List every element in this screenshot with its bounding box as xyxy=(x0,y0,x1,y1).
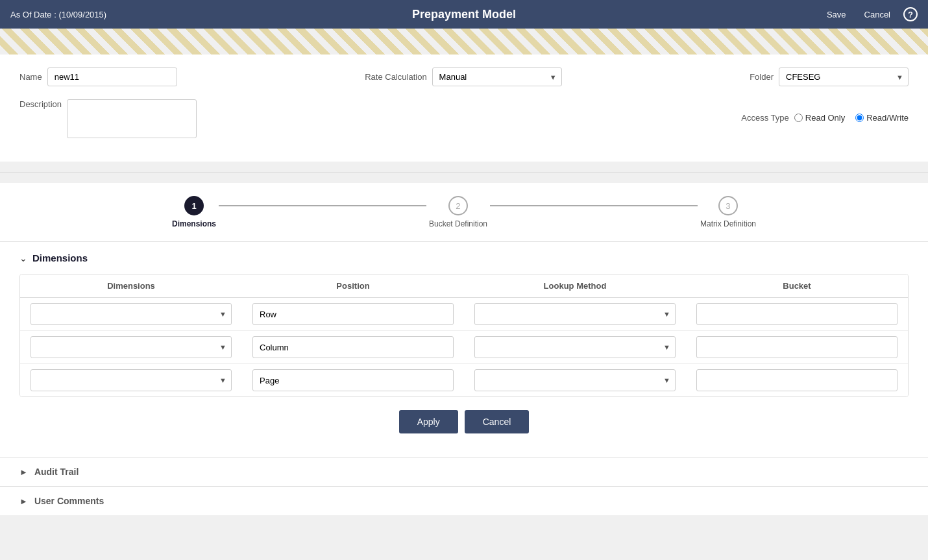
row1-lookup-select-wrapper: ▼ xyxy=(474,303,676,325)
col-dimensions: Dimensions xyxy=(20,274,242,298)
row1-bucket-cell xyxy=(686,298,908,330)
action-buttons: Apply Cancel xyxy=(19,397,909,446)
save-button[interactable]: Save xyxy=(822,7,851,22)
row2-dimension-select[interactable] xyxy=(31,336,232,358)
step-3[interactable]: 3 Matrix Definition xyxy=(700,196,756,228)
user-comments-header: ► User Comments xyxy=(19,496,909,506)
row1-position-input[interactable] xyxy=(252,303,454,325)
folder-field: Folder CFESEG ▼ xyxy=(750,67,909,86)
row3-bucket-input[interactable] xyxy=(696,369,897,391)
row1-dimension-select-wrapper: ▼ xyxy=(31,303,232,325)
description-input[interactable] xyxy=(67,99,197,138)
apply-button[interactable]: Apply xyxy=(399,410,458,433)
user-comments-section[interactable]: ► User Comments xyxy=(0,486,928,515)
audit-trail-title: Audit Trail xyxy=(34,467,79,477)
banner xyxy=(0,29,928,55)
step-3-label: Matrix Definition xyxy=(700,219,756,228)
row3-lookup-select-wrapper: ▼ xyxy=(474,369,676,391)
step-line-2 xyxy=(490,205,698,206)
col-bucket: Bucket xyxy=(686,274,908,298)
row3-position-cell xyxy=(242,364,464,396)
header-title: Prepayment Model xyxy=(412,8,516,21)
audit-trail-expand-icon: ► xyxy=(19,467,28,477)
dimensions-toggle-icon: ⌄ xyxy=(19,253,27,263)
name-label: Name xyxy=(19,72,42,82)
read-write-label: Read/Write xyxy=(866,113,909,123)
row1-dimension-cell: ▼ xyxy=(20,298,242,330)
row1-lookup-select[interactable] xyxy=(474,303,676,325)
row3-lookup-select[interactable] xyxy=(474,369,676,391)
read-only-radio[interactable] xyxy=(794,114,803,122)
folder-select[interactable]: CFESEG xyxy=(779,67,909,86)
row2-lookup-select-wrapper: ▼ xyxy=(474,336,676,358)
form-section: Name Rate Calculation Manual ▼ Folder CF… xyxy=(0,55,928,162)
row2-bucket-input[interactable] xyxy=(696,336,897,358)
dimensions-header[interactable]: ⌄ Dimensions xyxy=(19,252,909,263)
step-1-circle: 1 xyxy=(184,196,204,215)
row1-bucket-input[interactable] xyxy=(696,303,897,325)
col-lookup: Lookup Method xyxy=(464,274,686,298)
row2-lookup-cell: ▼ xyxy=(464,331,686,363)
step-1[interactable]: 1 Dimensions xyxy=(172,196,216,228)
step-2[interactable]: 2 Bucket Definition xyxy=(429,196,487,228)
rate-calc-select[interactable]: Manual xyxy=(432,67,562,86)
step-1-label: Dimensions xyxy=(172,219,216,228)
table-header: Dimensions Position Lookup Method Bucket xyxy=(20,274,908,298)
audit-trail-section[interactable]: ► Audit Trail xyxy=(0,457,928,486)
read-only-option[interactable]: Read Only xyxy=(794,113,845,123)
row1-lookup-cell: ▼ xyxy=(464,298,686,330)
row1-position-cell xyxy=(242,298,464,330)
dimensions-table: Dimensions Position Lookup Method Bucket… xyxy=(19,274,909,397)
access-type-field: Access Type Read Only Read/Write xyxy=(741,113,909,123)
cancel-button[interactable]: Cancel xyxy=(859,7,896,22)
row2-position-cell xyxy=(242,331,464,363)
dimensions-cancel-button[interactable]: Cancel xyxy=(465,410,530,433)
table-row: ▼ ▼ xyxy=(20,364,908,396)
help-icon[interactable]: ? xyxy=(903,7,918,21)
row2-position-input[interactable] xyxy=(252,336,454,358)
row2-dimension-cell: ▼ xyxy=(20,331,242,363)
row3-position-input[interactable] xyxy=(252,369,454,391)
step-line-1 xyxy=(219,205,426,206)
description-field: Description xyxy=(19,97,197,138)
audit-trail-header: ► Audit Trail xyxy=(19,467,909,477)
row2-lookup-select[interactable] xyxy=(474,336,676,358)
header-date: As Of Date : (10/09/2015) xyxy=(10,10,106,19)
row3-lookup-cell: ▼ xyxy=(464,364,686,396)
read-only-label: Read Only xyxy=(805,113,845,123)
stepper-track: 1 Dimensions 2 Bucket Definition 3 Matri… xyxy=(172,196,756,228)
rate-calc-label: Rate Calculation xyxy=(365,72,426,82)
name-field: Name xyxy=(19,67,177,86)
folder-label: Folder xyxy=(750,72,774,82)
access-type-label: Access Type xyxy=(741,113,788,123)
row3-dimension-cell: ▼ xyxy=(20,364,242,396)
step-2-circle: 2 xyxy=(448,196,468,215)
access-type-group: Read Only Read/Write xyxy=(794,113,909,123)
row3-dimension-select-wrapper: ▼ xyxy=(31,369,232,391)
folder-select-wrapper: CFESEG ▼ xyxy=(779,67,909,86)
rate-calc-field: Rate Calculation Manual ▼ xyxy=(365,67,561,86)
dimensions-title: Dimensions xyxy=(32,252,88,263)
table-row: ▼ ▼ xyxy=(20,298,908,331)
header: As Of Date : (10/09/2015) Prepayment Mod… xyxy=(0,0,928,29)
read-write-radio[interactable] xyxy=(855,114,864,122)
row3-bucket-cell xyxy=(686,364,908,396)
user-comments-expand-icon: ► xyxy=(19,496,28,506)
name-input[interactable] xyxy=(47,67,177,86)
user-comments-title: User Comments xyxy=(34,496,104,506)
form-row-2: Description Access Type Read Only Read/W… xyxy=(19,97,909,138)
stepper: 1 Dimensions 2 Bucket Definition 3 Matri… xyxy=(0,183,928,242)
read-write-option[interactable]: Read/Write xyxy=(855,113,909,123)
table-row: ▼ ▼ xyxy=(20,331,908,364)
dimensions-container: ⌄ Dimensions Dimensions Position Lookup … xyxy=(0,242,928,457)
form-row-1: Name Rate Calculation Manual ▼ Folder CF… xyxy=(19,67,909,86)
header-actions: Save Cancel ? xyxy=(822,7,918,22)
row2-bucket-cell xyxy=(686,331,908,363)
col-position: Position xyxy=(242,274,464,298)
row3-dimension-select[interactable] xyxy=(31,369,232,391)
rate-calc-select-wrapper: Manual ▼ xyxy=(432,67,562,86)
step-2-label: Bucket Definition xyxy=(429,219,487,228)
description-label: Description xyxy=(19,99,62,109)
row2-dimension-select-wrapper: ▼ xyxy=(31,336,232,358)
row1-dimension-select[interactable] xyxy=(31,303,232,325)
